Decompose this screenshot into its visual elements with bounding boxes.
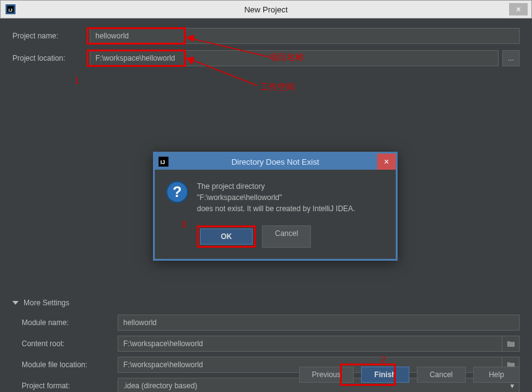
content-root-browse-button[interactable] bbox=[502, 336, 520, 352]
chevron-down-icon bbox=[12, 301, 19, 305]
project-format-value: .idea (directory based) bbox=[123, 381, 197, 390]
dialog-title: Directory Does Not Exist bbox=[232, 157, 320, 167]
browse-location-button[interactable]: ... bbox=[502, 50, 520, 66]
project-format-label: Project format: bbox=[22, 381, 118, 390]
question-icon: ? bbox=[166, 181, 188, 203]
module-name-label: Module name: bbox=[22, 318, 118, 327]
dialog-line3: does not exist. It will be created by In… bbox=[197, 203, 355, 214]
dialog-titlebar: IJ Directory Does Not Exist × bbox=[155, 154, 396, 170]
module-name-input[interactable] bbox=[118, 315, 520, 331]
content-root-label: Content root: bbox=[22, 339, 118, 348]
window-title: New Project bbox=[244, 5, 287, 14]
dialog-ok-button[interactable]: OK bbox=[200, 229, 253, 245]
project-location-input[interactable] bbox=[90, 50, 499, 66]
window-close-button[interactable]: × bbox=[509, 3, 528, 15]
dialog-close-button[interactable]: × bbox=[377, 154, 396, 170]
project-name-label: Project name: bbox=[12, 32, 90, 40]
window-titlebar: IJ New Project × bbox=[0, 0, 532, 19]
cancel-button[interactable]: Cancel bbox=[417, 367, 466, 383]
content-root-input[interactable] bbox=[118, 336, 502, 352]
dialog-cancel-button[interactable]: Cancel bbox=[262, 225, 311, 248]
annotation-highlight-ok: OK bbox=[197, 225, 256, 248]
dialog-message: The project directory "F:\workspace\hell… bbox=[197, 181, 355, 214]
more-settings-toggle[interactable]: More Settings bbox=[12, 298, 520, 307]
svg-text:IJ: IJ bbox=[9, 7, 13, 13]
more-settings-label: More Settings bbox=[24, 298, 69, 307]
dropdown-arrow-icon: ▾ bbox=[510, 381, 514, 390]
project-location-label: Project location: bbox=[12, 54, 90, 63]
finish-button[interactable]: Finish bbox=[361, 367, 409, 383]
app-icon: IJ bbox=[6, 4, 15, 14]
dialog-directory-not-exist: IJ Directory Does Not Exist × ? The proj… bbox=[153, 152, 398, 261]
module-file-location-label: Module file location: bbox=[22, 360, 118, 369]
previous-button[interactable]: Previous bbox=[299, 367, 354, 383]
dialog-app-icon: IJ bbox=[159, 157, 168, 167]
dialog-line2: "F:\workspace\helloworld" bbox=[197, 192, 355, 203]
svg-text:IJ: IJ bbox=[160, 159, 165, 165]
project-name-input[interactable] bbox=[90, 28, 520, 44]
help-button[interactable]: Help bbox=[473, 367, 520, 383]
dialog-line1: The project directory bbox=[197, 181, 355, 192]
